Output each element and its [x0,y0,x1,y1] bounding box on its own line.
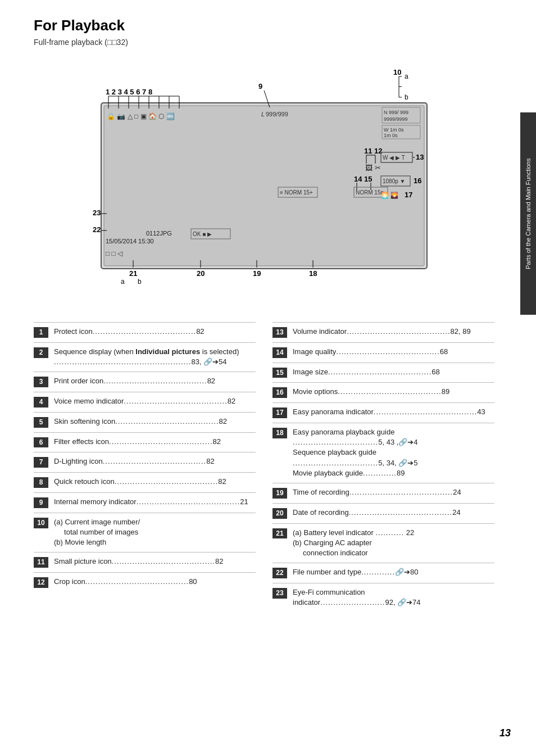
ref-number: 12 [34,577,48,588]
ref-text: (a) Current image number/ total number o… [54,517,256,548]
svg-text:🖼 ✂: 🖼 ✂ [365,164,381,172]
ref-row: 19Time of recording.....................… [272,483,494,499]
ref-number: 19 [272,488,287,499]
ref-row: 17Easy panorama indicator...............… [272,402,494,418]
svg-text:999/999: 999/999 [266,111,288,117]
ref-number: 4 [34,397,48,408]
subtitle: Full-frame playback (□□32) [34,38,514,47]
ref-text: D-Lighting icon.........................… [54,456,256,467]
svg-text:NORM 15n: NORM 15n [356,189,384,196]
ref-number: 21 [272,528,287,539]
ref-text: Time of recording.......................… [293,487,494,497]
ref-number: 9 [34,497,48,508]
svg-text:L: L [261,111,265,117]
svg-text:19: 19 [253,269,261,278]
ref-number: 14 [272,347,287,358]
ref-row: 23Eye-Fi communicationindicator.........… [272,583,494,608]
svg-text:≡ NORM 15+: ≡ NORM 15+ [280,189,313,196]
ref-number: 11 [34,557,48,568]
svg-text:9: 9 [258,82,262,90]
svg-text:🔒 📷 △ □ ▣ 🏠 ⬡ 🔤: 🔒 📷 △ □ ▣ 🏠 ⬡ 🔤 [107,112,175,120]
ref-text: Easy panorama indicator.................… [293,407,494,417]
ref-row: 2Sequence display (when Individual pictu… [34,342,256,367]
ref-row: 1Protect icon...........................… [34,322,256,338]
svg-text:9999/9999: 9999/9999 [384,116,408,122]
svg-text:16: 16 [414,176,421,185]
page-container: Parts of the Camera and Main Functions F… [0,0,536,756]
svg-text:b: b [138,278,142,286]
ref-text: Quick retouch icon......................… [54,477,256,487]
ref-text: Filter effects icon.....................… [54,437,256,447]
svg-text:W ◀ ▶ T: W ◀ ▶ T [383,155,405,161]
ref-number: 16 [272,387,287,398]
ref-column: 13Volume indicator......................… [272,322,494,612]
ref-text: Internal memory indicator...............… [54,497,256,507]
ref-text: Crop icon...............................… [54,577,256,587]
ref-number: 6 [34,437,48,448]
ref-text: Sequence display (when Individual pictur… [54,347,256,367]
ref-text: Eye-Fi communicationindicator...........… [293,587,494,608]
svg-text:17: 17 [405,191,412,199]
ref-number: 3 [34,377,48,387]
svg-text:N 999/ 999: N 999/ 999 [384,110,408,115]
ref-number: 1 [34,327,48,338]
ref-row: 3Print order icon.......................… [34,372,256,387]
ref-row: 8Quick retouch icon.....................… [34,472,256,488]
svg-text:OK ■ ▶: OK ■ ▶ [193,231,212,237]
ref-number: 7 [34,457,48,468]
ref-text: Small picture icon......................… [54,556,256,567]
ref-row: 22File number and type.............🔗➔80 [272,563,494,578]
ref-row: 5Skin softening icon....................… [34,412,256,428]
page-number: 13 [499,727,511,739]
svg-text:20: 20 [197,269,205,278]
svg-text:□ □ ◁: □ □ ◁ [106,250,123,257]
ref-text: Movie options...........................… [293,387,494,397]
svg-text:10: 10 [393,68,401,76]
svg-text:21: 21 [129,269,137,278]
ref-number: 10 [34,518,48,528]
svg-text:🌅 🌄: 🌅 🌄 [381,191,398,199]
ref-row: 6Filter effects icon....................… [34,432,256,448]
ref-text: Date of recording.......................… [293,508,494,518]
ref-row: 4Voice memo indicator...................… [34,392,256,408]
ref-number: 2 [34,347,48,358]
ref-row: 7D-Lighting icon........................… [34,452,256,468]
svg-text:15/05/2014  15:30: 15/05/2014 15:30 [106,238,154,245]
svg-text:a: a [121,278,125,286]
ref-text: Voice memo indicator....................… [54,396,256,406]
page-title: For Playback [34,17,514,34]
ref-number: 5 [34,417,48,428]
ref-text: File number and type.............🔗➔80 [293,567,494,577]
ref-text: (a) Battery level indicator ........... … [293,528,494,559]
svg-text:14  15: 14 15 [354,175,373,183]
ref-number: 20 [272,508,287,519]
ref-text: Print order icon........................… [54,376,256,386]
svg-text:1080p ▼: 1080p ▼ [383,178,405,184]
svg-text:a: a [405,73,408,80]
ref-column: 1Protect icon...........................… [34,322,256,612]
ref-text: Skin softening icon.....................… [54,417,256,427]
ref-row: 15Image size............................… [272,363,494,378]
ref-row: 11Small picture icon....................… [34,552,256,568]
ref-number: 13 [272,327,287,338]
ref-number: 22 [272,568,287,578]
ref-text: Image size..............................… [293,367,494,377]
svg-text:22: 22 [93,225,101,234]
ref-row: 13Volume indicator......................… [272,322,494,338]
svg-text:W 1m 0s: W 1m 0s [384,127,404,133]
diagram-svg: 1 2 3 4 5 6 7 8 🔒 📷 △ □ ▣ 🏠 ⬡ 🔤 9 L 999/… [34,58,506,288]
svg-text:1  2  3  4  5  6  7  8: 1 2 3 4 5 6 7 8 [106,88,152,96]
ref-text: Volume indicator........................… [293,327,494,337]
ref-row: 21(a) Battery level indicator ..........… [272,523,494,559]
ref-row: 10(a) Current image number/ total number… [34,513,256,548]
ref-text: Protect icon............................… [54,327,256,337]
ref-row: 16Movie options.........................… [272,382,494,398]
ref-row: 12Crop icon.............................… [34,572,256,588]
ref-text: Easy panorama playback guide............… [293,427,494,478]
ref-text: Image quality...........................… [293,347,494,357]
svg-text:11 12: 11 12 [364,147,383,155]
svg-text:b: b [405,93,408,101]
svg-text:13: 13 [416,153,424,161]
diagram-area: 1 2 3 4 5 6 7 8 🔒 📷 △ □ ▣ 🏠 ⬡ 🔤 9 L 999/… [34,58,517,300]
ref-row: 9Internal memory indicator..............… [34,492,256,508]
